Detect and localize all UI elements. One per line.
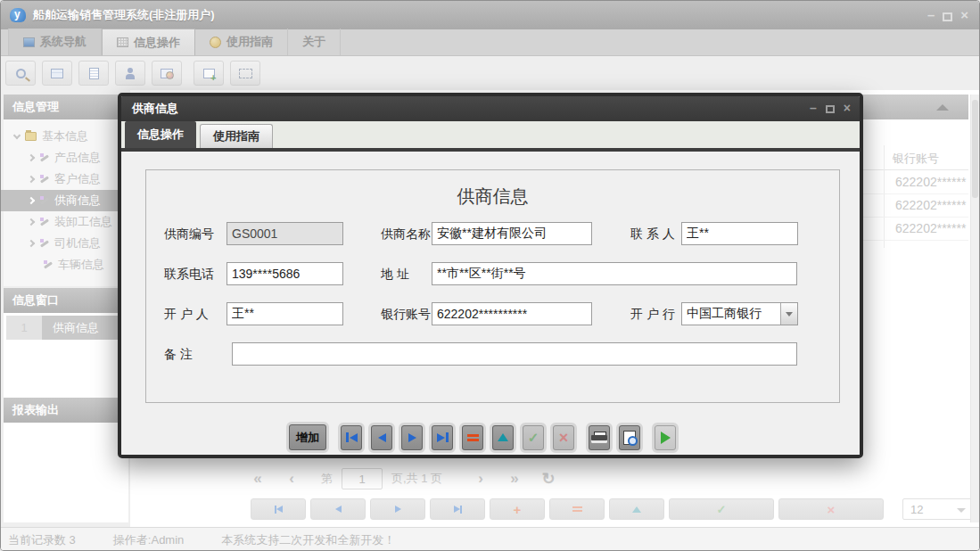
dialog-tab-user-guide[interactable]: 使用指南 [200,124,273,148]
last-record-button[interactable] [430,498,485,520]
record-count-label: 当前记录数 3 [8,532,76,548]
window-preview-button[interactable] [152,61,182,86]
selection-button[interactable] [230,61,260,86]
form-new-button[interactable] [194,61,224,86]
supplier-code-field[interactable] [226,222,343,245]
window-preview-icon [161,69,173,78]
account-holder-label: 开 户 人 [164,302,209,325]
sidebar-header-info-windows[interactable]: 信息窗口 [4,288,128,313]
contact-field[interactable] [681,222,798,245]
document-button[interactable] [78,61,109,86]
next-record-icon [395,506,401,513]
bank-select[interactable]: 中国工商银行 [681,302,798,325]
bank-account-label: 银行账号 [381,302,431,325]
table-view-button[interactable] [42,61,72,86]
tree-item-supplier-info[interactable]: 供商信息 [1,190,131,211]
tree-item-label: 车辆信息 [58,257,104,273]
add-button[interactable]: 增加 [286,422,329,453]
first-record-icon [350,433,358,442]
window-list-item[interactable]: 1 供商信息 [6,316,131,340]
window-title: 船舶运输销售管理系统(非注册用户) [33,7,215,23]
tree-item-label: 司机信息 [54,235,101,251]
first-page-button[interactable]: « [244,470,271,488]
operator-label: 操作者:Admin [113,532,184,548]
sidebar-header-report-output[interactable]: 报表输出 [4,398,128,423]
tree-item-loader-info[interactable]: 装卸工信息 [4,211,128,233]
tab-info-operation[interactable]: 信息操作 [102,29,195,55]
x-icon: × [828,502,836,517]
vertical-scrollbar[interactable] [970,95,979,522]
cancel-button[interactable]: × [550,423,577,453]
page-number-input[interactable] [342,468,383,489]
dialog-maximize-button[interactable] [826,105,835,113]
check-icon: ✓ [528,430,539,446]
cell-bank-account: 622202****** [895,221,966,235]
cancel-button[interactable]: × [778,498,884,520]
column-header-bank-account[interactable]: 银行账号 [893,151,939,167]
refresh-button[interactable]: ↻ [535,469,562,489]
bank-account-field[interactable] [432,302,592,325]
x-icon: × [559,430,569,446]
tree-item-basic-info[interactable]: 基本信息 [4,126,128,147]
confirm-button[interactable]: ✓ [520,423,547,453]
last-record-icon [460,506,462,514]
remark-field[interactable] [232,342,797,366]
wand-icon [39,217,50,227]
titlebar: 船舶运输销售管理系统(非注册用户) – × [1,1,980,29]
help-icon [210,37,221,48]
last-record-button[interactable] [429,423,456,453]
supplier-form-groupbox: 供商信息 供商编号 供商名称 联 系 人 联系电话 地 址 开 户 人 银行账号… [145,169,840,403]
search-icon [16,69,26,78]
collapse-arrow-icon[interactable] [936,104,949,111]
dialog-close-button[interactable]: × [844,102,851,114]
navigation-icon [23,37,35,47]
tab-label: 关于 [302,34,325,50]
chevron-down-icon [13,132,21,139]
phone-field[interactable] [226,262,343,285]
cell-bank-account: 622202****** [895,198,966,212]
prev-page-button[interactable]: ‹ [278,470,305,488]
combo-dropdown-button[interactable] [780,303,797,325]
print-button[interactable] [586,423,613,453]
scrollbar-thumb[interactable] [972,100,978,198]
dialog-tab-info-operation[interactable]: 信息操作 [125,121,196,148]
tree-item-driver-info[interactable]: 司机信息 [4,233,128,254]
minimize-button[interactable]: – [927,8,935,22]
tab-system-navigation[interactable]: 系统导航 [8,29,102,55]
tab-label: 系统导航 [40,34,86,50]
first-record-button[interactable] [338,423,365,453]
tree-item-vehicle-info[interactable]: 车辆信息 [4,254,128,276]
dialog-minimize-button[interactable]: – [810,102,817,114]
tree-item-product-info[interactable]: 产品信息 [4,147,128,169]
user-button[interactable] [115,61,145,86]
address-field[interactable] [432,262,797,285]
edit-record-button[interactable] [459,423,486,453]
print-preview-button[interactable] [616,423,643,453]
dialog-button-row: 增加 ✓ × [286,422,679,453]
next-record-button[interactable] [399,423,425,453]
confirm-button[interactable]: ✓ [669,498,774,520]
account-holder-field[interactable] [226,302,343,325]
restore-button[interactable] [943,12,952,21]
next-page-button[interactable]: › [467,470,494,488]
search-button[interactable] [5,61,36,86]
run-button[interactable] [652,423,679,453]
edit-record-button[interactable] [549,498,605,520]
tree-item-customer-info[interactable]: 客户信息 [4,169,128,190]
supplier-name-field[interactable] [432,222,592,245]
tab-about[interactable]: 关于 [288,29,341,55]
form-new-icon [203,69,215,78]
prev-record-button[interactable] [310,498,366,520]
close-button[interactable]: × [960,8,968,22]
sidebar-header-info-management[interactable]: 信息管理 [4,95,128,119]
last-page-button[interactable]: » [501,470,528,488]
prev-record-button[interactable] [368,423,395,453]
first-record-button[interactable] [251,498,306,520]
tab-user-guide[interactable]: 使用指南 [195,29,288,55]
post-record-button[interactable] [490,423,516,453]
page-size-select[interactable]: 12 [902,498,972,520]
add-record-button[interactable]: + [490,498,545,520]
post-record-button[interactable] [609,498,664,520]
next-record-button[interactable] [370,498,425,520]
wand-icon [39,195,50,206]
